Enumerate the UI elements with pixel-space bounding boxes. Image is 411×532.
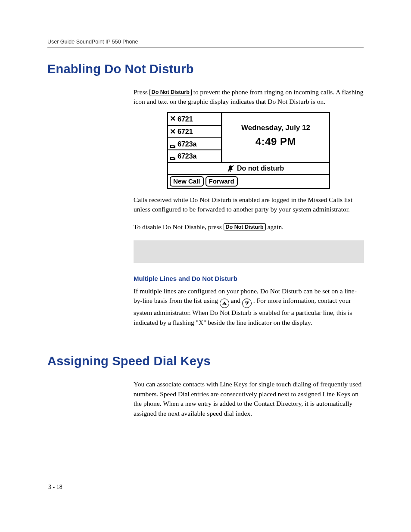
lcd-main-area: Wednesday, July 12 4:49 PM [222,113,329,162]
svg-rect-1 [171,146,174,147]
lcd-softkey-row: New Call Forward [168,175,329,188]
softkey-forward: Forward [206,176,238,187]
text-fragment: and [231,297,242,304]
lcd-line-1: ✕ 6721 [168,113,221,126]
text-fragment: Press [134,88,149,96]
lcd-dnd-text: Do not disturb [237,163,284,173]
nav-up-icon [220,299,229,308]
lcd-date: Wednesday, July 12 [241,123,310,134]
lcd-line-3: 6723a [168,138,221,150]
lcd-line-4: 6723a [168,150,221,162]
subsection-heading-multiple-lines: Multiple Lines and Do Not Disturb [134,275,364,282]
do-not-disturb-key-icon: Do Not Disturb [224,223,266,230]
line-extension: 6721 [177,114,193,124]
svg-rect-4 [171,158,174,159]
x-icon: ✕ [170,114,176,124]
phone-lcd-illustration: ✕ 6721 ✕ 6721 6723a [167,112,330,189]
svg-rect-5 [174,158,175,160]
text-fragment: again. [268,223,283,230]
phone-icon [170,154,176,159]
lcd-time: 4:49 PM [255,134,296,149]
line-extension: 6723a [177,139,197,149]
lcd-line-keys-column: ✕ 6721 ✕ 6721 6723a [168,113,222,162]
section-heading-dnd: Enabling Do Not Disturb [47,62,364,76]
multiple-lines-paragraph: If multiple lines are configured on your… [134,286,364,327]
do-not-disturb-key-icon: Do Not Disturb [149,89,192,96]
svg-rect-2 [174,146,175,148]
speed-dial-intro-paragraph: You can associate contacts with Line Key… [134,380,364,418]
line-extension: 6721 [177,127,193,137]
x-icon: ✕ [170,127,176,137]
svg-point-6 [230,170,231,171]
lcd-line-2: ✕ 6721 [168,126,221,139]
line-extension: 6723a [177,151,197,161]
nav-down-icon [242,299,252,308]
dnd-disable-paragraph: To disable Do Not Disable, press Do Not … [134,222,364,232]
page-number: 3 - 18 [48,484,62,491]
lcd-dnd-status-row: Do not disturb [168,162,329,175]
bell-slash-icon [227,165,234,172]
dnd-missed-calls-paragraph: Calls received while Do Not Disturb is e… [134,195,364,215]
running-header: User Guide SoundPoint IP 550 Phone [47,39,364,45]
header-rule [47,47,364,48]
text-fragment: To disable Do Not Disable, press [134,223,224,230]
section-heading-speed-dial: Assigning Speed Dial Keys [47,354,364,368]
softkey-new-call: New Call [170,176,204,187]
note-placeholder-block [134,240,364,263]
phone-icon [170,142,176,147]
dnd-intro-paragraph: Press Do Not Disturb to prevent the phon… [134,87,364,107]
